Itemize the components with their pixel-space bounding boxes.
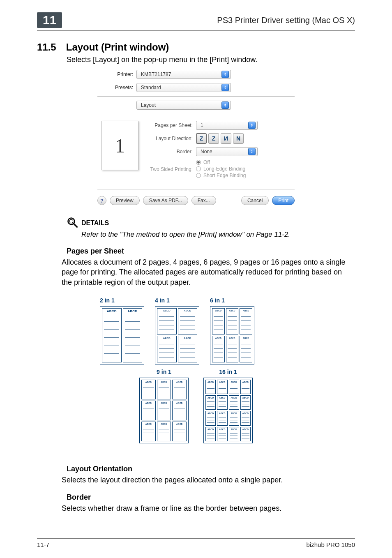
details-body: Refer to the "The method to open the [Pr… xyxy=(67,231,355,239)
pps-mini-page: ABCD xyxy=(240,308,252,335)
chapter-badge: 11 xyxy=(37,12,62,28)
radio-icon xyxy=(196,173,201,178)
panel-select[interactable]: Layout xyxy=(136,101,231,110)
pages-per-sheet-value: 1 xyxy=(201,122,203,128)
page-title: PS3 Printer Driver setting (Mac OS X) xyxy=(217,16,355,25)
pps-mini-page: ABCD xyxy=(141,401,156,420)
border-body: Selects whether draw a frame or line as … xyxy=(62,503,351,513)
dropdown-arrow-icon xyxy=(221,71,229,78)
pps-item: 4 in 1ABCDABCDABCDABCD xyxy=(155,297,199,364)
layout-orientation-body: Selects the layout direction the pages a… xyxy=(62,475,351,485)
pps-item: 2 in 1ABCDABCD xyxy=(100,297,144,364)
pps-mini-page: ABCD xyxy=(172,401,187,420)
two-sided-short-radio: Short Edge Binding xyxy=(196,173,246,178)
pps-mini-page: ABCD xyxy=(212,308,225,335)
dropdown-arrow-icon xyxy=(248,122,256,129)
footer-page-number: 11-7 xyxy=(37,541,49,548)
pps-mini-page: ABCD xyxy=(240,336,252,362)
pps-mini-label: ABCD xyxy=(242,397,249,399)
pps-mini-label: ABCD xyxy=(163,337,171,339)
pps-heading: Pages per Sheet xyxy=(67,247,355,256)
pps-mini-page: ABCD xyxy=(157,422,171,441)
pps-mini-page: ABCD xyxy=(102,308,122,362)
layout-direction-buttons: Z Z И N xyxy=(196,133,244,144)
pps-item-layout: ABCDABCDABCDABCD xyxy=(155,306,199,364)
border-select[interactable]: None xyxy=(196,147,258,156)
two-sided-off-label: Off xyxy=(203,159,210,165)
pps-mini-page: ABCD xyxy=(217,411,227,425)
layout-direction-z-horizontal-mirror-icon[interactable]: И xyxy=(221,133,231,144)
save-as-pdf-button[interactable]: Save As PDF... xyxy=(143,196,188,205)
pps-item-title: 2 in 1 xyxy=(100,297,115,304)
printer-label: Printer: xyxy=(97,71,136,77)
magnifier-icon xyxy=(67,217,78,230)
pps-mini-label: ABCD xyxy=(208,428,214,431)
pps-mini-label: ABCD xyxy=(242,428,249,431)
pps-mini-page: ABCD xyxy=(217,427,227,441)
pps-mini-page: ABCD xyxy=(141,380,156,399)
layout-orientation-heading: Layout Orientation xyxy=(67,465,355,473)
panel-select-value: Layout xyxy=(141,102,156,108)
pps-mini-page: ABCD xyxy=(178,308,198,335)
pps-item-title: 16 in 1 xyxy=(219,369,237,375)
pps-item: 16 in 1ABCDABCDABCDABCDABCDABCDABCDABCDA… xyxy=(203,369,253,443)
pps-mini-label: ABCD xyxy=(229,337,235,339)
pps-mini-page: ABCD xyxy=(172,422,187,441)
radio-icon xyxy=(196,166,201,171)
pps-mini-label: ABCD xyxy=(184,337,191,339)
print-button[interactable]: Print xyxy=(272,196,295,205)
pps-mini-label: ABCD xyxy=(161,423,167,425)
pps-mini-label: ABCD xyxy=(219,381,225,383)
cancel-button[interactable]: Cancel xyxy=(241,196,269,205)
pps-mini-label: ABCD xyxy=(231,428,237,431)
pps-mini-label: ABCD xyxy=(243,337,249,339)
layout-direction-z-horizontal-icon[interactable]: Z xyxy=(196,133,207,144)
two-sided-label: Two Sided Printing: xyxy=(147,166,196,172)
pps-mini-label: ABCD xyxy=(219,428,225,431)
pps-item: 6 in 1ABCDABCDABCDABCDABCDABCD xyxy=(210,297,254,364)
pps-mini-label: ABCD xyxy=(243,309,249,312)
pps-mini-label: ABCD xyxy=(176,423,182,425)
pps-mini-page: ABCD xyxy=(205,427,216,441)
pps-mini-label: ABCD xyxy=(219,397,225,399)
pps-mini-label: ABCD xyxy=(215,309,221,312)
pps-figure: 2 in 1ABCDABCD4 in 1ABCDABCDABCDABCD6 in… xyxy=(93,294,299,457)
presets-select[interactable]: Standard xyxy=(136,83,231,92)
pps-mini-label: ABCD xyxy=(145,402,152,404)
pps-mini-page: ABCD xyxy=(212,336,225,362)
pps-mini-label: ABCD xyxy=(145,423,152,425)
pps-item-layout: ABCDABCDABCDABCDABCDABCD xyxy=(210,306,254,364)
pps-mini-page: ABCD xyxy=(157,380,171,399)
pps-mini-label: ABCD xyxy=(163,309,171,312)
pps-item-layout: ABCDABCDABCDABCDABCDABCDABCDABCDABCDABCD… xyxy=(203,378,253,443)
pps-mini-label: ABCD xyxy=(161,381,167,383)
help-button[interactable]: ? xyxy=(97,196,106,205)
fax-button[interactable]: Fax... xyxy=(191,196,216,205)
pps-mini-label: ABCD xyxy=(229,309,235,312)
pps-mini-page: ABCD xyxy=(226,336,239,362)
printer-select[interactable]: KMBT211787 xyxy=(136,70,231,79)
pps-mini-page: ABCD xyxy=(205,380,216,394)
layout-direction-z-vertical-mirror-icon[interactable]: N xyxy=(233,133,244,144)
section-heading: 11.5 Layout (Print window) xyxy=(37,42,355,53)
pps-mini-page: ABCD xyxy=(229,395,239,410)
pages-per-sheet-select[interactable]: 1 xyxy=(196,121,258,130)
layout-preview-number: 1 xyxy=(115,134,125,157)
border-heading: Border xyxy=(67,493,355,502)
help-icon: ? xyxy=(100,198,104,204)
pps-body: Allocates a document of 2 pages, 4 pages… xyxy=(62,257,351,287)
preview-button[interactable]: Preview xyxy=(110,196,140,205)
layout-direction-z-vertical-icon[interactable]: Z xyxy=(208,133,219,144)
section-title: Layout (Print window) xyxy=(66,42,169,53)
pps-mini-page: ABCD xyxy=(217,380,227,394)
pps-mini-page: ABCD xyxy=(240,411,251,425)
pps-mini-label: ABCD xyxy=(219,412,225,415)
pps-item-layout: ABCDABCD xyxy=(100,306,144,364)
section-number: 11.5 xyxy=(37,42,56,53)
pps-mini-page: ABCD xyxy=(141,422,156,441)
pps-mini-label: ABCD xyxy=(176,381,182,383)
pps-mini-label: ABCD xyxy=(231,397,237,399)
two-sided-short-label: Short Edge Binding xyxy=(203,173,246,178)
presets-label: Presets: xyxy=(97,85,136,90)
footer-product: bizhub PRO 1050 xyxy=(307,541,355,548)
